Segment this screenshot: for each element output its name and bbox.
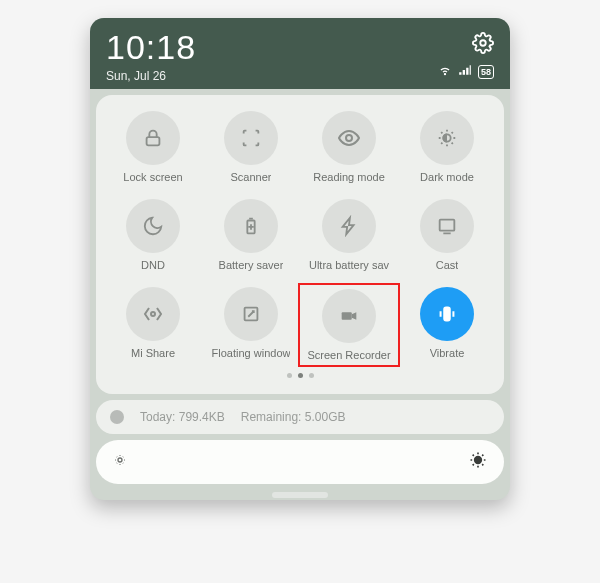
- tile-mi-share[interactable]: Mi Share: [106, 287, 200, 363]
- tile-label: Floating window: [212, 347, 291, 359]
- svg-rect-6: [440, 220, 455, 231]
- svg-rect-2: [147, 137, 160, 145]
- tile-label: Ultra battery sav: [309, 259, 389, 271]
- tile-screen-recorder[interactable]: Screen Recorder: [298, 283, 400, 367]
- lock-icon: [126, 111, 180, 165]
- svg-point-1: [444, 74, 445, 75]
- home-indicator: [272, 492, 328, 498]
- quick-settings-panel: Lock screen Scanner Reading mode Dark mo…: [96, 95, 504, 394]
- svg-point-11: [118, 458, 122, 462]
- tile-vibrate[interactable]: Vibrate: [400, 287, 494, 363]
- tile-label: Screen Recorder: [307, 349, 390, 361]
- settings-gear-icon[interactable]: [472, 32, 494, 58]
- tile-label: Vibrate: [430, 347, 465, 359]
- quick-settings-grid: Lock screen Scanner Reading mode Dark mo…: [106, 111, 494, 363]
- usage-remaining: Remaining: 5.00GB: [241, 410, 346, 424]
- svg-point-12: [475, 457, 482, 464]
- tile-lock-screen[interactable]: Lock screen: [106, 111, 200, 183]
- floating-window-icon: [224, 287, 278, 341]
- status-indicators: 58: [438, 63, 494, 81]
- moon-icon: [126, 199, 180, 253]
- battery-indicator: 58: [478, 65, 494, 79]
- video-camera-icon: [322, 289, 376, 343]
- mishare-icon: [126, 287, 180, 341]
- svg-rect-10: [444, 308, 450, 321]
- dark-mode-icon: [420, 111, 474, 165]
- scanner-icon: [224, 111, 278, 165]
- tile-cast[interactable]: Cast: [400, 199, 494, 271]
- tile-ultra-battery-saver[interactable]: Ultra battery sav: [302, 199, 396, 271]
- tile-label: Lock screen: [123, 171, 182, 183]
- page-dot: [309, 373, 314, 378]
- status-bar: 10:18 Sun, Jul 26 58: [90, 18, 510, 89]
- brightness-low-icon: [112, 452, 128, 472]
- tile-label: Battery saver: [219, 259, 284, 271]
- cast-icon: [420, 199, 474, 253]
- battery-plus-icon: [224, 199, 278, 253]
- tile-scanner[interactable]: Scanner: [204, 111, 298, 183]
- tile-label: Reading mode: [313, 171, 385, 183]
- brightness-slider[interactable]: [96, 440, 504, 484]
- data-usage-bar[interactable]: Today: 799.4KB Remaining: 5.00GB: [96, 400, 504, 434]
- tile-dnd[interactable]: DND: [106, 199, 200, 271]
- svg-rect-9: [342, 312, 352, 319]
- page-dot: [287, 373, 292, 378]
- tile-label: Mi Share: [131, 347, 175, 359]
- tile-label: DND: [141, 259, 165, 271]
- brightness-high-icon: [468, 450, 488, 474]
- page-indicator: [106, 373, 494, 378]
- tile-label: Scanner: [231, 171, 272, 183]
- eye-icon: [322, 111, 376, 165]
- tile-label: Dark mode: [420, 171, 474, 183]
- page-dot-active: [298, 373, 303, 378]
- bolt-icon: [322, 199, 376, 253]
- usage-dot-icon: [110, 410, 124, 424]
- svg-point-3: [346, 135, 352, 141]
- tile-label: Cast: [436, 259, 459, 271]
- tile-reading-mode[interactable]: Reading mode: [302, 111, 396, 183]
- clock-date: Sun, Jul 26: [106, 69, 494, 83]
- tile-dark-mode[interactable]: Dark mode: [400, 111, 494, 183]
- usage-today: Today: 799.4KB: [140, 410, 225, 424]
- vibrate-icon: [420, 287, 474, 341]
- clock-time: 10:18: [106, 28, 494, 67]
- signal-icon: [458, 63, 472, 81]
- tile-battery-saver[interactable]: Battery saver: [204, 199, 298, 271]
- svg-point-0: [480, 40, 486, 46]
- phone-frame: 10:18 Sun, Jul 26 58 Lock screen: [90, 18, 510, 500]
- svg-point-7: [151, 312, 155, 316]
- wifi-icon: [438, 63, 452, 81]
- tile-floating-window[interactable]: Floating window: [204, 287, 298, 363]
